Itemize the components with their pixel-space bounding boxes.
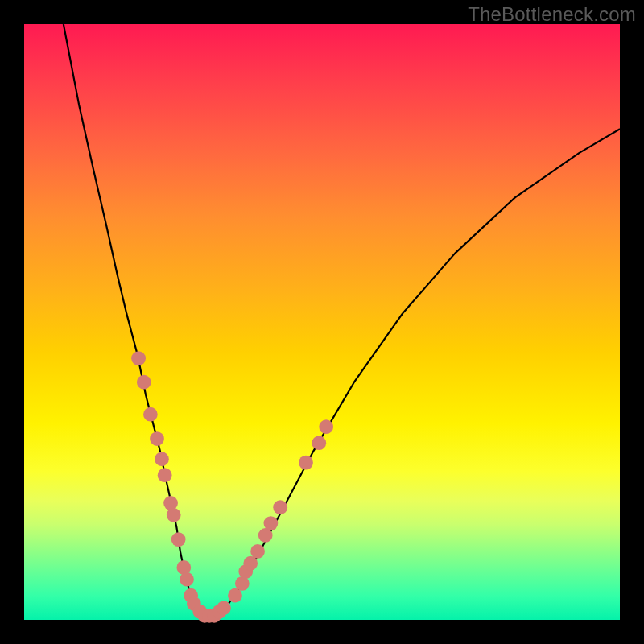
data-marker: [299, 456, 313, 470]
data-marker: [273, 500, 287, 514]
data-marker: [155, 452, 169, 466]
data-marker: [250, 544, 265, 559]
data-marker: [217, 601, 231, 615]
data-marker: [263, 516, 278, 530]
bottleneck-curve: [64, 24, 620, 616]
data-marker: [312, 436, 326, 450]
chart-svg: [24, 24, 620, 620]
data-marker: [180, 572, 194, 587]
data-marker: [167, 508, 181, 522]
data-marker: [319, 419, 333, 434]
data-marker: [171, 532, 186, 547]
watermark-text: TheBottleneck.com: [468, 3, 636, 26]
data-marker: [137, 375, 151, 390]
data-marker: [158, 468, 172, 482]
data-marker: [176, 560, 191, 575]
data-marker: [163, 496, 178, 510]
data-marker: [150, 431, 164, 446]
plot-area: [24, 24, 620, 620]
data-marker: [131, 351, 146, 365]
chart-frame: TheBottleneck.com: [0, 0, 644, 644]
data-marker: [243, 556, 258, 571]
data-marker: [143, 407, 158, 422]
data-marker: [228, 588, 242, 603]
data-markers: [131, 351, 333, 622]
